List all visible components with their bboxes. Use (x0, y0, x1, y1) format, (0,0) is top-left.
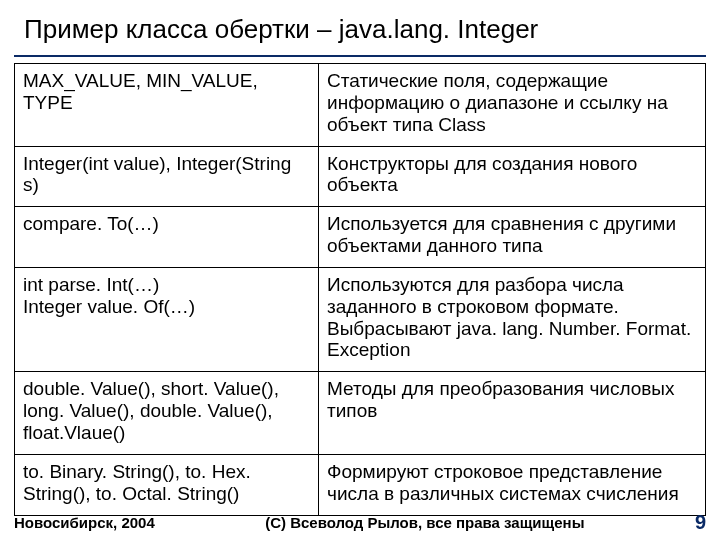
cell-left: to. Binary. String(), to. Hex. String(),… (15, 454, 319, 515)
cell-right: Используются для разбора числа заданного… (319, 267, 706, 371)
table-row: int parse. Int(…)Integer value. Of(…) Ис… (15, 267, 706, 371)
footer-page-number: 9 (695, 511, 706, 534)
cell-left: Integer(int value), Integer(String s) (15, 146, 319, 207)
cell-right: Методы для преобразования числовых типов (319, 372, 706, 455)
footer: Новосибирск, 2004 (С) Всеволод Рылов, вс… (14, 511, 706, 534)
title-rule (14, 55, 706, 57)
cell-left: compare. To(…) (15, 207, 319, 268)
slide: Пример класса обертки – java.lang. Integ… (0, 0, 720, 540)
cell-left: MAX_VALUE, MIN_VALUE, TYPE (15, 64, 319, 147)
footer-location: Новосибирск, 2004 (14, 514, 155, 531)
content-table: MAX_VALUE, MIN_VALUE, TYPE Статические п… (14, 63, 706, 516)
table-row: compare. To(…) Используется для сравнени… (15, 207, 706, 268)
cell-right: Формируют строковое представление числа … (319, 454, 706, 515)
table-row: double. Value(), short. Value(), long. V… (15, 372, 706, 455)
table-row: Integer(int value), Integer(String s) Ко… (15, 146, 706, 207)
footer-copyright: (С) Всеволод Рылов, все права защищены (155, 514, 695, 531)
table-row: MAX_VALUE, MIN_VALUE, TYPE Статические п… (15, 64, 706, 147)
slide-title: Пример класса обертки – java.lang. Integ… (14, 8, 706, 55)
cell-left: double. Value(), short. Value(), long. V… (15, 372, 319, 455)
cell-right: Используется для сравнения с другими объ… (319, 207, 706, 268)
cell-right: Статические поля, содержащие информацию … (319, 64, 706, 147)
table-row: to. Binary. String(), to. Hex. String(),… (15, 454, 706, 515)
cell-left: int parse. Int(…)Integer value. Of(…) (15, 267, 319, 371)
cell-right: Конструкторы для создания нового объекта (319, 146, 706, 207)
